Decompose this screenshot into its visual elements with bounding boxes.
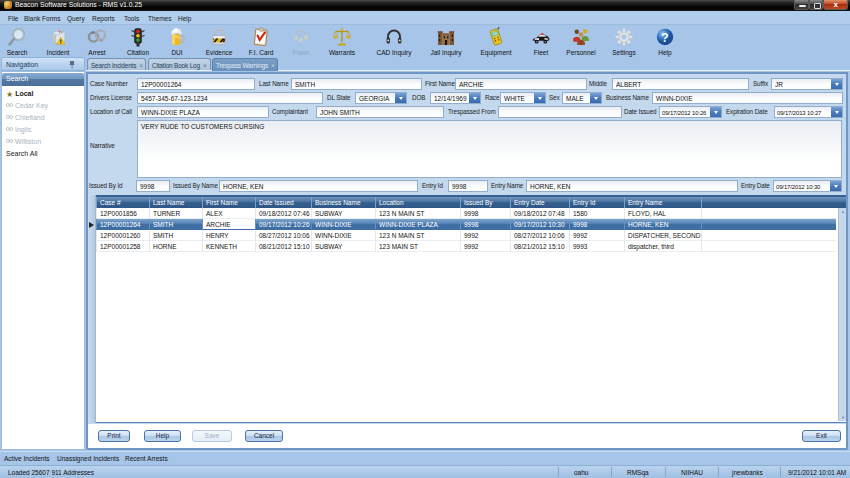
svg-text:?: ?: [661, 31, 668, 45]
